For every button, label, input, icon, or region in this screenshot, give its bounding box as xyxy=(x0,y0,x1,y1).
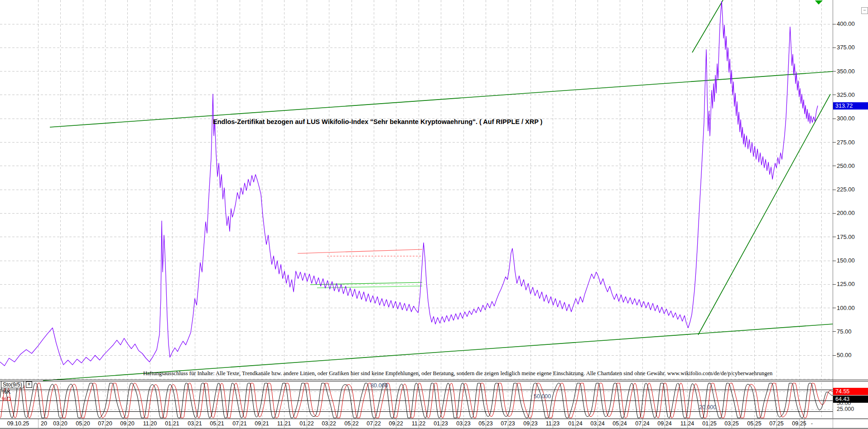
time-axis-label: 09.25 xyxy=(792,420,806,427)
time-axis-label: 05.25 xyxy=(747,420,761,427)
time-axis-label: 11.22 xyxy=(412,420,425,427)
price-axis-label: 350.00 xyxy=(837,68,867,75)
time-axis-label: 20 xyxy=(41,420,47,427)
price-axis-label: 175.00 xyxy=(837,234,867,240)
time-axis-label: 03.21 xyxy=(188,420,202,427)
time-axis-label: 11.20 xyxy=(143,420,157,427)
time-axis-label: 05.22 xyxy=(344,420,358,427)
time-axis-separator xyxy=(833,419,833,428)
time-axis-label: 03.22 xyxy=(322,420,336,427)
time-axis-label: 11.21 xyxy=(277,420,291,427)
time-axis-label: 03.25 xyxy=(724,420,738,427)
time-axis-label: 09.23 xyxy=(523,420,537,427)
time-axis-label: 09.21 xyxy=(255,420,269,427)
stochastic-k-label: %K xyxy=(2,389,10,395)
stochastic-d-value-tag: 74.55 xyxy=(833,388,868,395)
price-axis-label: 125.00 xyxy=(837,281,867,287)
time-axis-label: 01.21 xyxy=(165,420,179,427)
osc-level-20-label: 20.000 xyxy=(699,404,716,410)
time-axis-label: 07.24 xyxy=(635,420,649,427)
osc-level-50-label: 50.000 xyxy=(534,393,551,400)
time-axis-label: 01.25 xyxy=(702,420,716,427)
price-axis-label: 225.00 xyxy=(837,186,867,193)
time-axis-label: 09.20 xyxy=(120,420,134,427)
price-axis-label: 50.00 xyxy=(837,352,867,358)
lightgreen-support-short xyxy=(317,286,422,288)
price-axis-label: 150.00 xyxy=(837,257,867,264)
price-chart-canvas[interactable] xyxy=(0,0,868,429)
time-axis-label: 05.23 xyxy=(478,420,492,427)
time-axis-label: 07.21 xyxy=(232,420,246,427)
price-axis-label: 75.00 xyxy=(837,328,867,335)
indicator-label-sto[interactable]: Sto(9/5) xyxy=(1,381,24,388)
time-axis-label: 05.21 xyxy=(210,420,224,427)
time-axis-label: 09.24 xyxy=(657,420,671,427)
price-line xyxy=(0,1,818,366)
red-resistance-solid xyxy=(298,249,422,253)
time-axis-label: 11.23 xyxy=(546,420,559,427)
timeline-zoom-out-button[interactable]: - xyxy=(808,420,815,427)
stochastic-k-value-tag: 64.43 xyxy=(833,396,868,403)
price-axis-label: 275.00 xyxy=(837,139,867,146)
time-axis-label: 09.22 xyxy=(389,420,403,427)
price-axis-label: 250.00 xyxy=(837,162,867,169)
axis-collapse-button[interactable]: − xyxy=(861,7,868,14)
steep-upper-line xyxy=(692,0,723,52)
time-axis-label: 07.25 xyxy=(769,420,783,427)
price-axis-label: 300.00 xyxy=(837,115,867,122)
price-axis-label: 200.00 xyxy=(837,210,867,216)
chart-title: Endlos-Zertifikat bezogen auf LUS Wikifo… xyxy=(213,118,542,125)
disclaimer-text: Haftungsausschluss für Inhalte: Alle Tex… xyxy=(143,370,772,377)
time-axis-label: 09.10.25 xyxy=(7,420,29,427)
time-axis-label: 03.24 xyxy=(590,420,604,427)
steep-main-line xyxy=(698,94,830,335)
osc-level-80-label: 80.000 xyxy=(371,382,388,389)
price-axis-label: 100.00 xyxy=(837,305,867,311)
osc-axis-label-25: 25.000 xyxy=(837,406,854,412)
time-axis-label: 05.24 xyxy=(612,420,627,427)
time-axis-separator xyxy=(38,419,39,428)
time-axis-label: 11.24 xyxy=(680,420,694,427)
time-axis-label: 03.23 xyxy=(456,420,470,427)
time-axis-label: 07.22 xyxy=(366,420,381,427)
time-axis-label: 01.24 xyxy=(568,420,582,427)
time-axis-label: 01.22 xyxy=(299,420,313,427)
time-axis-label: 01.23 xyxy=(434,420,448,427)
time-axis-label: 07.20 xyxy=(98,420,112,427)
time-axis-label: 03.20 xyxy=(53,420,67,427)
trend-marker-triangle-icon xyxy=(815,0,823,5)
last-price-tag: 313.72 xyxy=(833,102,868,110)
price-axis-label: 325.00 xyxy=(837,91,867,98)
time-axis-label: 07.23 xyxy=(501,420,515,427)
price-axis-label: 400.00 xyxy=(837,20,867,27)
stochastic-d-label: %D xyxy=(2,396,11,402)
time-axis-label: 05.20 xyxy=(76,420,90,427)
price-axis-label: 375.00 xyxy=(837,44,867,51)
indicator-add-button[interactable]: + xyxy=(26,381,32,388)
chart-window: Endlos-Zertifikat bezogen auf LUS Wikifo… xyxy=(0,0,868,429)
